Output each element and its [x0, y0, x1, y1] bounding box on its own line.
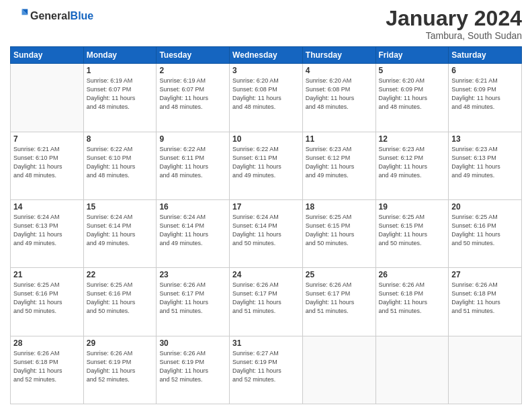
day-info: Sunrise: 6:25 AM Sunset: 6:16 PM Dayligh…: [451, 213, 519, 248]
day-number: 12: [379, 134, 446, 144]
day-number: 20: [451, 202, 519, 212]
calendar-cell: 11Sunrise: 6:23 AM Sunset: 6:12 PM Dayli…: [302, 132, 375, 199]
day-info: Sunrise: 6:20 AM Sunset: 6:09 PM Dayligh…: [379, 77, 446, 111]
day-info: Sunrise: 6:20 AM Sunset: 6:08 PM Dayligh…: [306, 77, 373, 111]
calendar-week-4: 21Sunrise: 6:25 AM Sunset: 6:16 PM Dayli…: [11, 268, 522, 336]
day-number: 1: [87, 66, 154, 75]
calendar-table: SundayMondayTuesdayWednesdayThursdayFrid…: [10, 46, 522, 404]
month-title: January 2024: [386, 7, 522, 30]
day-info: Sunrise: 6:23 AM Sunset: 6:12 PM Dayligh…: [306, 145, 373, 180]
calendar-cell: 30Sunrise: 6:26 AM Sunset: 6:19 PM Dayli…: [157, 336, 230, 404]
day-info: Sunrise: 6:26 AM Sunset: 6:18 PM Dayligh…: [379, 281, 446, 316]
day-number: 31: [232, 338, 300, 348]
calendar-cell: [11, 64, 84, 132]
weekday-header-wednesday: Wednesday: [230, 47, 303, 64]
day-number: 14: [13, 202, 81, 212]
calendar-cell: 22Sunrise: 6:25 AM Sunset: 6:16 PM Dayli…: [83, 268, 157, 336]
day-number: 22: [87, 270, 154, 279]
day-number: 26: [379, 270, 446, 279]
calendar-cell: 18Sunrise: 6:25 AM Sunset: 6:15 PM Dayli…: [302, 199, 375, 267]
day-info: Sunrise: 6:24 AM Sunset: 6:14 PM Dayligh…: [87, 213, 154, 248]
day-number: 17: [232, 202, 300, 212]
calendar-cell: 6Sunrise: 6:21 AM Sunset: 6:09 PM Daylig…: [449, 64, 522, 132]
logo: GeneralBlue: [10, 7, 93, 26]
day-info: Sunrise: 6:23 AM Sunset: 6:13 PM Dayligh…: [451, 145, 519, 180]
weekday-header-monday: Monday: [83, 47, 157, 64]
day-number: 27: [451, 270, 519, 279]
day-info: Sunrise: 6:26 AM Sunset: 6:19 PM Dayligh…: [159, 349, 226, 384]
day-number: 3: [232, 66, 300, 75]
logo-text: GeneralBlue: [30, 10, 93, 22]
day-number: 16: [159, 202, 226, 212]
day-info: Sunrise: 6:26 AM Sunset: 6:18 PM Dayligh…: [451, 281, 519, 316]
calendar-cell: 5Sunrise: 6:20 AM Sunset: 6:09 PM Daylig…: [375, 64, 449, 132]
day-info: Sunrise: 6:21 AM Sunset: 6:09 PM Dayligh…: [451, 77, 519, 111]
day-info: Sunrise: 6:20 AM Sunset: 6:08 PM Dayligh…: [232, 77, 300, 111]
day-info: Sunrise: 6:26 AM Sunset: 6:18 PM Dayligh…: [13, 349, 81, 384]
title-block: January 2024 Tambura, South Sudan: [386, 7, 522, 41]
weekday-header-sunday: Sunday: [11, 47, 84, 64]
day-number: 18: [306, 202, 373, 212]
calendar-cell: 13Sunrise: 6:23 AM Sunset: 6:13 PM Dayli…: [449, 132, 522, 199]
calendar-cell: 21Sunrise: 6:25 AM Sunset: 6:16 PM Dayli…: [11, 268, 84, 336]
calendar-cell: 4Sunrise: 6:20 AM Sunset: 6:08 PM Daylig…: [302, 64, 375, 132]
day-number: 6: [451, 66, 519, 75]
day-number: 11: [306, 134, 373, 144]
calendar-week-1: 1Sunrise: 6:19 AM Sunset: 6:07 PM Daylig…: [11, 64, 522, 132]
calendar-cell: 24Sunrise: 6:26 AM Sunset: 6:17 PM Dayli…: [230, 268, 303, 336]
calendar-week-3: 14Sunrise: 6:24 AM Sunset: 6:13 PM Dayli…: [11, 199, 522, 267]
logo-general: General: [30, 10, 71, 21]
page: GeneralBlue January 2024 Tambura, South …: [0, 0, 532, 411]
day-number: 7: [13, 134, 81, 144]
day-number: 21: [13, 270, 81, 279]
day-info: Sunrise: 6:26 AM Sunset: 6:17 PM Dayligh…: [159, 281, 226, 316]
day-number: 30: [159, 338, 226, 348]
calendar-cell: 20Sunrise: 6:25 AM Sunset: 6:16 PM Dayli…: [449, 199, 522, 267]
day-info: Sunrise: 6:22 AM Sunset: 6:11 PM Dayligh…: [159, 145, 226, 180]
calendar-cell: 12Sunrise: 6:23 AM Sunset: 6:12 PM Dayli…: [375, 132, 449, 199]
day-number: 4: [306, 66, 373, 75]
day-number: 19: [379, 202, 446, 212]
calendar-cell: 25Sunrise: 6:26 AM Sunset: 6:17 PM Dayli…: [302, 268, 375, 336]
day-number: 28: [13, 338, 81, 348]
day-info: Sunrise: 6:22 AM Sunset: 6:10 PM Dayligh…: [87, 145, 154, 180]
calendar-cell: 31Sunrise: 6:27 AM Sunset: 6:19 PM Dayli…: [230, 336, 303, 404]
day-number: 15: [87, 202, 154, 212]
calendar-cell: 29Sunrise: 6:26 AM Sunset: 6:19 PM Dayli…: [83, 336, 157, 404]
day-number: 9: [159, 134, 226, 144]
calendar-header-row: SundayMondayTuesdayWednesdayThursdayFrid…: [11, 47, 522, 64]
calendar-cell: 16Sunrise: 6:24 AM Sunset: 6:14 PM Dayli…: [157, 199, 230, 267]
calendar-cell: 28Sunrise: 6:26 AM Sunset: 6:18 PM Dayli…: [11, 336, 84, 404]
day-info: Sunrise: 6:26 AM Sunset: 6:19 PM Dayligh…: [87, 349, 154, 384]
weekday-header-friday: Friday: [375, 47, 449, 64]
calendar-cell: [302, 336, 375, 404]
day-number: 5: [379, 66, 446, 75]
day-info: Sunrise: 6:19 AM Sunset: 6:07 PM Dayligh…: [159, 77, 226, 111]
day-number: 25: [306, 270, 373, 279]
calendar-cell: 9Sunrise: 6:22 AM Sunset: 6:11 PM Daylig…: [157, 132, 230, 199]
calendar-cell: 10Sunrise: 6:22 AM Sunset: 6:11 PM Dayli…: [230, 132, 303, 199]
day-info: Sunrise: 6:22 AM Sunset: 6:11 PM Dayligh…: [232, 145, 300, 180]
day-info: Sunrise: 6:24 AM Sunset: 6:14 PM Dayligh…: [159, 213, 226, 248]
day-number: 24: [232, 270, 300, 279]
day-number: 10: [232, 134, 300, 144]
calendar-cell: [375, 336, 449, 404]
calendar-cell: [449, 336, 522, 404]
calendar-cell: 23Sunrise: 6:26 AM Sunset: 6:17 PM Dayli…: [157, 268, 230, 336]
calendar-cell: 17Sunrise: 6:24 AM Sunset: 6:14 PM Dayli…: [230, 199, 303, 267]
calendar-cell: 1Sunrise: 6:19 AM Sunset: 6:07 PM Daylig…: [83, 64, 157, 132]
day-info: Sunrise: 6:26 AM Sunset: 6:17 PM Dayligh…: [232, 281, 300, 316]
location: Tambura, South Sudan: [386, 30, 522, 41]
calendar-cell: 19Sunrise: 6:25 AM Sunset: 6:15 PM Dayli…: [375, 199, 449, 267]
day-number: 23: [159, 270, 226, 279]
calendar-cell: 14Sunrise: 6:24 AM Sunset: 6:13 PM Dayli…: [11, 199, 84, 267]
day-number: 29: [87, 338, 154, 348]
logo-icon: [10, 7, 29, 26]
day-number: 8: [87, 134, 154, 144]
day-info: Sunrise: 6:23 AM Sunset: 6:12 PM Dayligh…: [379, 145, 446, 180]
day-info: Sunrise: 6:24 AM Sunset: 6:14 PM Dayligh…: [232, 213, 300, 248]
day-info: Sunrise: 6:25 AM Sunset: 6:16 PM Dayligh…: [87, 281, 154, 316]
calendar-cell: 8Sunrise: 6:22 AM Sunset: 6:10 PM Daylig…: [83, 132, 157, 199]
calendar-week-2: 7Sunrise: 6:21 AM Sunset: 6:10 PM Daylig…: [11, 132, 522, 199]
calendar-cell: 27Sunrise: 6:26 AM Sunset: 6:18 PM Dayli…: [449, 268, 522, 336]
